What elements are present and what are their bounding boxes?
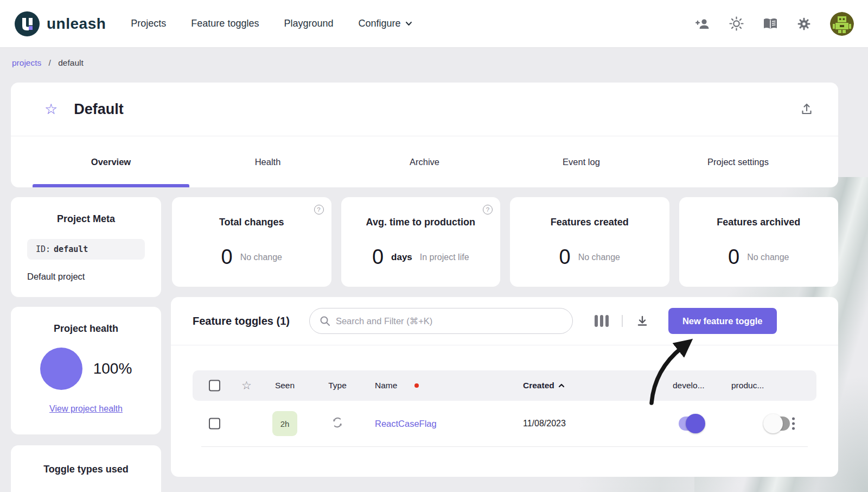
import-button[interactable] (800, 103, 813, 116)
nav-configure[interactable]: Configure (359, 18, 412, 29)
toolbar-divider (622, 315, 623, 327)
tab-archive-label: Archive (410, 157, 439, 167)
stat-note: No change (747, 253, 789, 262)
column-header-created[interactable]: Created (523, 381, 565, 390)
sort-ascending-icon (558, 383, 565, 388)
stat-value: 0 (221, 245, 232, 269)
tab-event-log[interactable]: Event log (503, 136, 660, 187)
row-actions (784, 418, 802, 430)
top-navbar: unleash Projects Feature toggles Playgro… (0, 0, 868, 48)
help-icon[interactable]: ? (314, 205, 324, 215)
column-header-type[interactable]: Type (316, 381, 359, 390)
toggle-types-title: Toggle types used (11, 464, 161, 475)
help-icon[interactable]: ? (483, 205, 493, 215)
column-header-seen[interactable]: Seen (263, 381, 307, 390)
nav-playground-label: Playground (284, 18, 333, 29)
search-box (309, 308, 573, 334)
feature-toggles-header: Feature toggles (1) New feature togg (171, 297, 838, 345)
feature-toggles-panel: Feature toggles (1) New feature togg (171, 297, 838, 477)
project-description: Default project (27, 272, 145, 282)
unleash-brand[interactable]: unleash (14, 11, 106, 37)
stat-value: 0 (372, 245, 384, 269)
view-project-health-link[interactable]: View project health (11, 404, 161, 414)
stat-title: Avg. time to production (341, 217, 501, 228)
feature-name-link[interactable]: ReactCaseFlag (375, 419, 437, 429)
search-input[interactable] (336, 316, 563, 326)
stat-card-features-archived: Features archived 0 No change (679, 197, 839, 287)
kebab-menu-icon[interactable] (792, 418, 795, 430)
user-avatar[interactable] (830, 12, 854, 36)
project-id-value: default (54, 244, 88, 254)
table-row: 2h ReactCaseFlag 11/08/2023 (193, 401, 816, 446)
download-icon (636, 314, 649, 327)
chevron-down-icon (405, 21, 412, 26)
stat-card-avg-time: ? Avg. time to production 0 days In proj… (341, 197, 501, 287)
stat-title: Features archived (679, 217, 839, 228)
toggle-types-card: Toggle types used (11, 445, 161, 492)
project-header-card: ☆ Default Overview Health Archive Event … (11, 83, 838, 187)
export-button[interactable] (636, 314, 649, 327)
stat-note: In project life (420, 253, 469, 262)
stat-title: Features created (510, 217, 669, 228)
nav-feature-toggles[interactable]: Feature toggles (191, 18, 259, 29)
release-type-icon (331, 416, 344, 429)
project-id-label: ID: (36, 244, 50, 254)
breadcrumb-projects-link[interactable]: projects (12, 58, 41, 67)
stat-cards-row: ? Total changes 0 No change ? Avg. time … (172, 197, 838, 287)
theme-toggle-button[interactable] (729, 16, 744, 31)
row-divider (201, 446, 808, 447)
docs-button[interactable] (763, 17, 778, 30)
favorite-column-star-icon[interactable]: ☆ (241, 379, 252, 392)
toggle-type-cell (331, 416, 344, 431)
feature-toggles-table: ☆ Seen Type Name Created develo... produ… (193, 370, 816, 447)
health-card-title: Project health (11, 323, 161, 335)
row-checkbox[interactable] (209, 418, 220, 430)
settings-button[interactable] (797, 17, 811, 31)
nav-projects[interactable]: Projects (131, 18, 166, 29)
column-header-production[interactable]: produc... (731, 381, 764, 390)
column-header-development[interactable]: develo... (673, 381, 705, 390)
created-date: 11/08/2023 (523, 419, 566, 428)
nav-feature-toggles-label: Feature toggles (191, 18, 259, 29)
project-id-box: ID: default (27, 239, 145, 260)
project-head: ☆ Default (11, 83, 838, 136)
breadcrumb: projects / default (12, 58, 84, 68)
select-all-checkbox[interactable] (209, 380, 220, 392)
tab-overview-label: Overview (91, 157, 131, 167)
stat-value: 0 (559, 245, 570, 269)
upload-icon (800, 103, 813, 116)
main-nav: Projects Feature toggles Playground Conf… (131, 18, 412, 29)
settings-gear-icon (797, 17, 811, 31)
stat-card-total-changes: ? Total changes 0 No change (172, 197, 331, 287)
nav-playground[interactable]: Playground (284, 18, 333, 29)
tab-health[interactable]: Health (189, 136, 346, 187)
tab-archive[interactable]: Archive (346, 136, 503, 187)
docs-book-icon (763, 17, 778, 30)
tab-project-settings-label: Project settings (707, 157, 769, 167)
tab-project-settings[interactable]: Project settings (660, 136, 816, 187)
nav-configure-label: Configure (359, 18, 401, 29)
development-toggle[interactable] (679, 417, 704, 431)
stat-title: Total changes (172, 217, 331, 228)
stat-unit: days (391, 252, 412, 263)
new-feature-toggle-button[interactable]: New feature toggle (668, 308, 777, 334)
theme-sun-icon (729, 16, 744, 31)
nav-projects-label: Projects (131, 18, 166, 29)
project-tabs: Overview Health Archive Event log Projec… (11, 136, 838, 187)
tab-overview[interactable]: Overview (33, 136, 189, 187)
project-meta-card: Project Meta ID: default Default project (11, 197, 161, 297)
navbar-actions (695, 12, 854, 36)
feature-toggles-title: Feature toggles (1) (193, 315, 290, 327)
tab-health-label: Health (255, 157, 281, 167)
health-percent: 100% (93, 360, 132, 377)
invite-user-button[interactable] (695, 17, 710, 30)
column-header-name[interactable]: Name (375, 381, 397, 390)
columns-button[interactable] (595, 315, 609, 327)
red-dot (414, 383, 419, 388)
stat-card-features-created: Features created 0 No change (510, 197, 669, 287)
page-title: Default (74, 101, 124, 118)
favorite-star-icon[interactable]: ☆ (44, 102, 58, 117)
table-header-row: ☆ Seen Type Name Created develo... produ… (193, 370, 816, 401)
health-donut-chart (40, 348, 82, 390)
brand-name: unleash (47, 15, 106, 33)
